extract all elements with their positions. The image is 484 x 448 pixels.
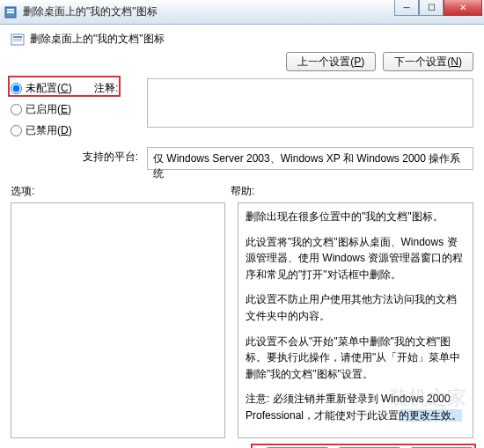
content-area: 删除桌面上的"我的文档"图标 上一个设置(P) 下一个设置(N) 未配置(C) … (0, 25, 484, 448)
svg-rect-2 (7, 11, 14, 13)
platform-label: 支持的平台: (11, 147, 147, 170)
svg-rect-5 (13, 39, 22, 40)
radio-column: 未配置(C) 已启用(E) 已禁用(D) (11, 78, 94, 142)
options-panel (11, 202, 225, 438)
policy-icon (11, 33, 25, 47)
radio-enabled-input[interactable] (11, 104, 22, 115)
platform-row: 支持的平台: 仅 Windows Server 2003、Windows XP … (11, 147, 473, 170)
radio-unconfigured-input[interactable] (11, 83, 22, 94)
prev-setting-button[interactable]: 上一个设置(P) (286, 52, 376, 71)
help-panel: 删除出现在很多位置中的"我的文档"图标。 此设置将"我的文档"图标从桌面、Win… (238, 202, 473, 438)
help-p5: 注意: 必须注销并重新登录到 Windows 2000 Professional… (246, 391, 466, 423)
help-label: 帮助: (231, 184, 254, 199)
config-area: 未配置(C) 已启用(E) 已禁用(D) 注释: (11, 78, 473, 142)
window-controls: ─ ☐ ✕ (394, 0, 482, 16)
app-icon (4, 5, 18, 19)
help-p2: 此设置将"我的文档"图标从桌面、Windows 资源管理器、使用 Windows… (246, 234, 466, 283)
help-highlight: 的更改生效。 (399, 409, 462, 422)
comment-col (147, 78, 473, 142)
platform-text: 仅 Windows Server 2003、Windows XP 和 Windo… (147, 147, 473, 170)
comment-label: 注释: (94, 78, 147, 142)
section-labels: 选项: 帮助: (11, 184, 473, 199)
help-p4: 此设置不会从"开始"菜单中删除"我的文档"图标。要执行此操作，请使用"从「开始」… (246, 334, 466, 383)
description-row: 删除桌面上的"我的文档"图标 (11, 32, 473, 47)
minimize-button[interactable]: ─ (394, 0, 419, 16)
svg-rect-1 (7, 9, 14, 11)
svg-rect-4 (13, 36, 22, 38)
radio-unconfigured[interactable]: 未配置(C) (11, 78, 94, 98)
radio-enabled[interactable]: 已启用(E) (11, 99, 94, 119)
radio-disabled-input[interactable] (11, 125, 22, 136)
panels: 删除出现在很多位置中的"我的文档"图标。 此设置将"我的文档"图标从桌面、Win… (11, 202, 473, 438)
options-label: 选项: (11, 184, 231, 199)
help-p3: 此设置不防止用户使用其他方法访问我的文档文件夹中的内容。 (246, 291, 466, 324)
titlebar: 删除桌面上的"我的文档"图标 ─ ☐ ✕ (0, 0, 484, 25)
help-p1: 删除出现在很多位置中的"我的文档"图标。 (246, 209, 466, 225)
radio-disabled[interactable]: 已禁用(D) (11, 121, 94, 140)
svg-rect-6 (13, 40, 22, 41)
next-setting-button[interactable]: 下一个设置(N) (383, 52, 473, 71)
policy-description: 删除桌面上的"我的文档"图标 (30, 32, 165, 47)
maximize-button[interactable]: ☐ (419, 0, 444, 16)
close-button[interactable]: ✕ (444, 0, 482, 16)
comment-textarea[interactable] (147, 78, 473, 128)
nav-buttons: 上一个设置(P) 下一个设置(N) (11, 52, 473, 71)
